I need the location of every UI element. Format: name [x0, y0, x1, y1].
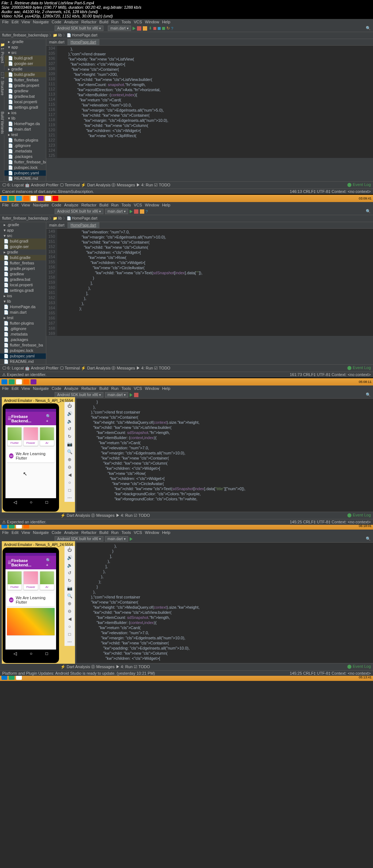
menu-run[interactable]: Run [111, 203, 118, 207]
menu-window[interactable]: Window [145, 20, 159, 24]
app-bar[interactable]: ☰ Firebase Backend... 🔍 + [5, 412, 56, 425]
breadcrumb[interactable]: flutter_firebase_backendapp 〉📁 lib 〉📄 Ho… [0, 32, 373, 39]
menu-view[interactable]: View [21, 386, 30, 391]
refresh-icon[interactable]: ↻ [166, 26, 170, 31]
run-icon[interactable] [130, 537, 133, 541]
menu-view[interactable]: View [21, 530, 30, 535]
hot-reload-icon[interactable] [140, 209, 144, 214]
taskbar-2[interactable]: 05:08:11 [0, 378, 373, 385]
menu-refactor[interactable]: Refactor [81, 530, 97, 535]
tree-item[interactable]: 📄 google-ser [0, 244, 46, 249]
emu-btn[interactable]: ○ [67, 624, 72, 629]
menu-bar[interactable]: FileEditViewNavigateCodeAnalyzeRefactorB… [0, 530, 373, 535]
emu-btn[interactable]: ◀ [67, 616, 72, 621]
menu-tools[interactable]: Tools [121, 203, 131, 207]
project-tree[interactable]: ▸ .gradle▾ app ▾ src 📄 build.gradl 📄 goo… [4, 39, 46, 181]
emu-btn[interactable]: 🔍 [67, 449, 72, 454]
left-gutter[interactable]: 📁 1: Project ⬚ 7: Structure Build Varian… [0, 39, 4, 181]
nav-buttons[interactable]: ◁ ○ □ [5, 650, 56, 658]
tab-homepage[interactable]: HomePage.dart [68, 39, 99, 45]
emu-btn[interactable]: 🔍 [67, 593, 72, 598]
run-icon[interactable] [133, 27, 136, 30]
tree-item[interactable]: 📄 HomePage.da [0, 304, 46, 310]
home-icon[interactable]: ○ [30, 500, 32, 505]
menu-vcs[interactable]: VCS [134, 386, 142, 391]
emu-btn[interactable]: 🔊 [67, 555, 72, 560]
emu-btn[interactable]: ○ [67, 480, 72, 485]
tree-item[interactable]: 📄 flutter_firebase_ba [4, 159, 46, 165]
tree-item[interactable]: ▾ src [4, 50, 46, 55]
emulator-window[interactable]: Android Emulator - Nexus_5_API_24:5554 ☰… [2, 397, 75, 512]
recent-icon[interactable]: □ [46, 651, 48, 656]
menu-build[interactable]: Build [99, 20, 108, 24]
menu-navigate[interactable]: Navigate [33, 386, 48, 391]
tree-item[interactable]: 📄 settings.gradl [4, 105, 46, 110]
menu-help[interactable]: Help [162, 386, 170, 391]
sdk-dropdown[interactable]: Android SDK built for x86 ▾ [55, 536, 103, 542]
menu-refactor[interactable]: Refactor [81, 20, 97, 24]
list-item[interactable]: W We Are Learning Flutter [7, 593, 55, 607]
stop-icon[interactable] [134, 209, 138, 214]
tree-item[interactable]: 📄 flutter_firebas [4, 77, 46, 83]
menu-tools[interactable]: Tools [121, 20, 131, 24]
code-editor[interactable]: ), ),"com">//end drawer "kw">body: "kw">… [57, 46, 373, 158]
emu-btn[interactable]: 📷 [67, 442, 72, 447]
file-tabs[interactable]: main.dart HomePage.dart [46, 222, 373, 229]
phone-screen[interactable]: ☰ Firebase Backend... 🔍 + Flutter Flower… [5, 553, 56, 650]
tree-item[interactable]: 📄 pubspec.lock [0, 348, 46, 353]
bottom-tabs[interactable]: ⚡ Dart Analysis ⓪ Messages ▶ 4: Run ☑ TO… [0, 663, 373, 670]
tree-item[interactable]: 📄 flutter-plugins [0, 321, 46, 326]
card-row[interactable]: Flutter Flower Ar [5, 569, 56, 592]
toolbar[interactable]: Android SDK built for x86 ▾ main.dart ▾ … [0, 208, 373, 215]
menu-analyze[interactable]: Analyze [64, 20, 78, 24]
tree-item[interactable]: ▸ ios [0, 293, 46, 299]
menu-view[interactable]: View [21, 20, 30, 24]
menu-window[interactable]: Window [145, 530, 159, 535]
menu-icon[interactable]: ☰ [8, 560, 11, 565]
menu-vcs[interactable]: VCS [134, 203, 142, 207]
code-editor[interactable]: "kw">elevation: "num">7.0, "kw">margin: … [57, 229, 373, 336]
help-icon[interactable]: ? [146, 209, 148, 214]
recent-icon[interactable]: □ [46, 500, 48, 505]
record-icon[interactable] [153, 27, 156, 30]
phone-screen[interactable]: ☰ Firebase Backend... 🔍 + Flutter Flower… [5, 409, 56, 498]
nav-buttons[interactable]: ◁ ○ □ [5, 498, 56, 506]
sdk-dropdown[interactable]: Android SDK built for x86 ▾ [55, 209, 103, 214]
emu-btn[interactable]: ⋯ [67, 495, 72, 500]
run-config-dropdown[interactable]: main.dart ▾ [108, 26, 131, 31]
tree-item[interactable]: 📄 gradlew.bat [0, 277, 46, 282]
tab-main[interactable]: main.dart [46, 39, 68, 45]
tree-item[interactable]: 📄 .packages [0, 337, 46, 342]
tree-item[interactable]: ▾ app [4, 44, 46, 50]
menu-navigate[interactable]: Navigate [33, 530, 48, 535]
menu-code[interactable]: Code [52, 20, 61, 24]
menu-build[interactable]: Build [99, 530, 108, 535]
taskbar-1[interactable]: 03:09:41 [0, 195, 373, 202]
tree-item[interactable]: 📄 .metadata [4, 148, 46, 154]
tree-item[interactable]: ▸ .gradle [4, 39, 46, 44]
emu-btn[interactable]: 🔉 [67, 419, 72, 424]
menu-build[interactable]: Build [99, 203, 108, 207]
run-icon[interactable] [130, 210, 133, 213]
event-log[interactable]: ⬤ Event Log [347, 182, 371, 188]
toolbar[interactable]: Android SDK built for x86 ▾ main.dart ▾ … [0, 25, 373, 32]
card-flower[interactable]: Flower [23, 571, 38, 590]
back-icon[interactable]: ◁ [13, 651, 17, 656]
search-icon[interactable]: 🔍 [46, 558, 51, 562]
play-icon[interactable]: ⬇ [149, 26, 152, 31]
menu-analyze[interactable]: Analyze [64, 203, 78, 207]
tree-item[interactable]: ▸ gradle [0, 249, 46, 255]
run-icon[interactable] [130, 393, 133, 397]
menu-help[interactable]: Help [162, 203, 170, 207]
tree-item[interactable]: 📄 build.gradle [0, 255, 46, 260]
tree-item[interactable]: 📄 gradlew [0, 271, 46, 277]
emulator-toolbar[interactable]: ⏻🔊🔉↺↻📷🔍⊕⊖◀○□⋯ [64, 546, 75, 646]
emu-btn[interactable]: ⏻ [67, 403, 72, 408]
run-config-dropdown[interactable]: main.dart ▾ [105, 209, 128, 214]
menu-icon[interactable]: ☰ [8, 416, 11, 421]
emu-btn[interactable]: □ [67, 632, 72, 637]
attach-icon[interactable] [158, 27, 161, 30]
stop-icon[interactable] [137, 26, 141, 31]
add-icon[interactable]: + [46, 563, 48, 567]
emu-btn[interactable]: 📷 [67, 586, 72, 591]
